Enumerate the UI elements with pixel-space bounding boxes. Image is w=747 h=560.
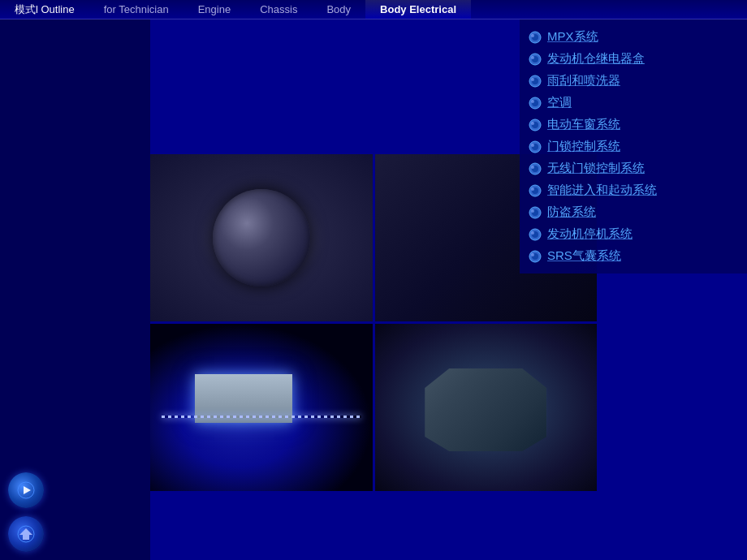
body-electrical-menu: MPX系统 发动机仓继电器盒 雨刮和喷洗器 空调 电动车窗系统 门锁控制系统 [520, 19, 747, 274]
power-window-icon [528, 118, 542, 132]
svg-point-2 [531, 34, 534, 37]
svg-point-8 [531, 78, 534, 81]
svg-point-17 [531, 144, 534, 147]
wireless-lock-label: 无线门锁控制系统 [547, 161, 645, 176]
menu-item-anti-theft[interactable]: 防盗系统 [520, 201, 747, 223]
piston-image [150, 154, 373, 321]
menu-item-ac[interactable]: 空调 [520, 92, 747, 114]
nav-chassis[interactable]: Chassis [245, 0, 312, 19]
relay-box-label: 发动机仓继电器盒 [547, 51, 645, 67]
wireless-lock-icon [528, 162, 542, 176]
engine-stop-icon [528, 227, 542, 242]
home-button[interactable] [8, 516, 44, 552]
power-window-label: 电动车窗系统 [547, 117, 620, 132]
menu-item-smart-entry[interactable]: 智能进入和起动系统 [520, 179, 747, 201]
bottom-nav [0, 463, 150, 560]
nav-engine[interactable]: Engine [184, 0, 245, 19]
nav-for-technician[interactable]: for Technician [89, 0, 184, 19]
svg-marker-34 [24, 486, 31, 494]
srs-icon [528, 249, 542, 264]
svg-point-23 [531, 187, 534, 191]
nav-body[interactable]: Body [312, 0, 365, 19]
srs-label: SRS气囊系统 [547, 248, 621, 264]
circuit-board-image [150, 324, 373, 491]
menu-item-engine-stop[interactable]: 发动机停机系统 [520, 223, 747, 245]
svg-point-26 [531, 209, 534, 213]
wiper-washer-label: 雨刮和喷洗器 [547, 73, 620, 88]
relay-box-icon [528, 52, 542, 67]
svg-point-11 [531, 100, 534, 103]
menu-item-wireless-lock[interactable]: 无线门锁控制系统 [520, 157, 747, 179]
smart-entry-label: 智能进入和起动系统 [547, 183, 657, 198]
nav-bar: 模式l Outline for Technician Engine Chassi… [0, 0, 747, 19]
mpx-icon [528, 30, 542, 45]
engine-stop-label: 发动机停机系统 [547, 226, 633, 242]
nav-body-electrical[interactable]: Body Electrical [365, 0, 471, 19]
svg-point-32 [531, 253, 534, 256]
menu-item-wiper-washer[interactable]: 雨刮和喷洗器 [520, 70, 747, 92]
svg-marker-36 [19, 528, 32, 540]
door-lock-label: 门锁控制系统 [547, 139, 620, 154]
menu-item-relay-box[interactable]: 发动机仓继电器盒 [520, 48, 747, 70]
nav-model-outline[interactable]: 模式l Outline [0, 0, 89, 19]
menu-item-mpx[interactable]: MPX系统 [520, 26, 747, 48]
menu-item-power-window[interactable]: 电动车窗系统 [520, 114, 747, 136]
menu-item-door-lock[interactable]: 门锁控制系统 [520, 136, 747, 157]
ac-label: 空调 [547, 95, 572, 110]
ac-icon [528, 96, 542, 110]
svg-point-29 [531, 231, 534, 235]
smart-entry-icon [528, 183, 542, 198]
mpx-label: MPX系统 [547, 29, 598, 45]
wiper-washer-icon [528, 74, 542, 88]
menu-item-srs[interactable]: SRS气囊系统 [520, 245, 747, 267]
forward-button[interactable] [8, 472, 44, 508]
svg-point-5 [531, 56, 534, 59]
anti-theft-label: 防盗系统 [547, 205, 596, 220]
svg-point-14 [531, 122, 534, 125]
anti-theft-icon [528, 205, 542, 220]
svg-point-20 [531, 166, 534, 169]
door-lock-icon [528, 140, 542, 154]
car-chassis-image [375, 324, 598, 491]
